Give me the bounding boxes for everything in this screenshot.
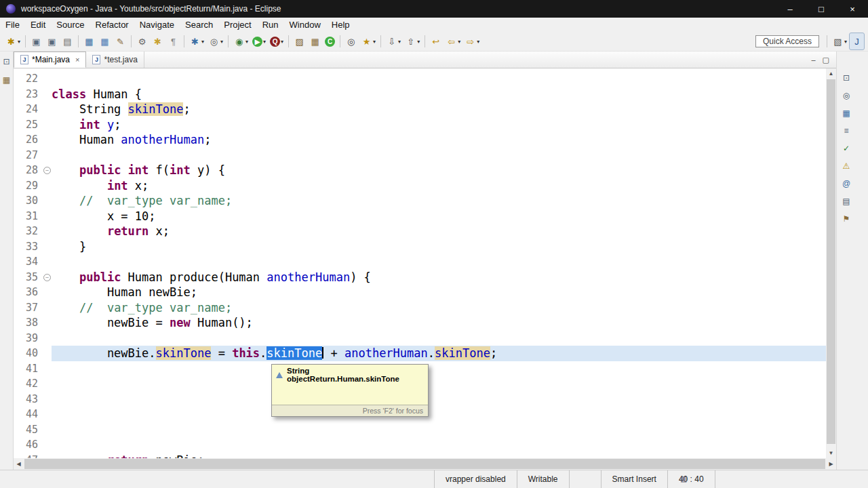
title-bar: workspaceOxygen - Java - Youtube/src/obj… xyxy=(0,0,868,18)
open-perspective-button[interactable]: ▧▾ xyxy=(831,33,848,49)
quick-access-box[interactable]: Quick Access xyxy=(755,35,819,47)
forward-button[interactable]: ⇨▾ xyxy=(463,33,481,49)
fold-collapse-icon[interactable]: – xyxy=(43,167,51,174)
new-class-wizard-button[interactable]: ✱▾ xyxy=(188,33,205,49)
scroll-up-arrow[interactable]: ▲ xyxy=(826,68,836,79)
code-token: y) { xyxy=(191,163,225,177)
vertical-scrollbar-thumb[interactable] xyxy=(827,79,835,444)
dropdown-arrow-icon: ▾ xyxy=(458,39,460,45)
code-text: // var_type var_name; xyxy=(52,300,826,316)
menu-file[interactable]: File xyxy=(0,18,25,32)
minimize-editor-button[interactable]: – xyxy=(811,56,815,64)
close-window-button[interactable]: × xyxy=(837,0,868,18)
mark-occurrences-button[interactable]: ✱ xyxy=(151,33,165,49)
line-number: 33 xyxy=(14,239,43,255)
menu-search[interactable]: Search xyxy=(180,18,218,32)
show-whitespace-button[interactable]: ¶ xyxy=(166,33,180,49)
console-view-icon[interactable]: ▦ xyxy=(840,107,852,119)
back-button[interactable]: ⇦▾ xyxy=(444,33,462,49)
save-button[interactable]: ▣ xyxy=(29,33,43,49)
fold-margin xyxy=(43,193,52,209)
code-token: ; xyxy=(183,102,190,116)
toolbar-separator xyxy=(131,35,132,47)
run-icon: ▶ xyxy=(252,37,262,47)
vertical-scrollbar[interactable]: ▲ ▼ xyxy=(826,68,836,458)
build-all-button[interactable]: ⚙ xyxy=(135,33,149,49)
print-button[interactable]: ▤ xyxy=(60,33,75,49)
menu-edit[interactable]: Edit xyxy=(25,18,51,32)
restore-left-pane-icon[interactable]: ⊡ xyxy=(1,56,13,68)
code-text: newBie.skinTone = this.skinTone + anothe… xyxy=(52,346,826,361)
code-text: newBie = new Human(); xyxy=(52,315,826,331)
maximize-editor-button[interactable]: ▢ xyxy=(823,56,829,64)
code-token: } xyxy=(52,240,86,253)
code-line-35: 35– public Human produce(Human anotherHu… xyxy=(14,270,826,285)
code-text xyxy=(52,422,826,438)
javadoc-view-icon[interactable]: @ xyxy=(840,178,852,190)
new-java-project-button[interactable]: ▨ xyxy=(292,33,307,49)
menu-window[interactable]: Window xyxy=(284,18,326,32)
new-package-button[interactable]: ▦ xyxy=(308,33,322,49)
package-explorer-view-icon[interactable]: ▦ xyxy=(1,74,13,86)
menu-bar: FileEditSourceRefactorNavigateSearchProj… xyxy=(0,18,868,32)
code-text: public Human produce(Human anotherHuman)… xyxy=(52,270,826,285)
profile-button[interactable]: Q▾ xyxy=(269,33,285,49)
search-button[interactable]: ★▾ xyxy=(359,33,377,49)
open-type-icon: ◎ xyxy=(345,36,357,47)
scroll-right-arrow[interactable]: ▶ xyxy=(826,458,836,470)
menu-navigate[interactable]: Navigate xyxy=(134,18,180,32)
debug-button[interactable]: ◉▾ xyxy=(232,33,250,49)
open-search-dialog-button[interactable]: ◎▾ xyxy=(207,33,224,49)
debug-console-button[interactable]: ▦ xyxy=(82,33,96,49)
progress-indicator-icon: ▥ xyxy=(680,474,687,483)
save-all-button[interactable]: ▣ xyxy=(45,33,59,49)
restore-pane-icon[interactable]: ⊡ xyxy=(840,72,852,84)
open-type-button[interactable]: ◎ xyxy=(344,33,358,49)
pin-console-button[interactable]: ▦ xyxy=(98,33,112,49)
tab-label: *Main.java xyxy=(32,55,70,64)
line-number: 44 xyxy=(14,407,43,422)
outline-view-icon[interactable]: ≡ xyxy=(840,125,852,137)
code-text: Human newBie; xyxy=(52,285,826,300)
fold-margin xyxy=(43,132,52,148)
fold-collapse-icon[interactable]: – xyxy=(43,274,51,281)
menu-run[interactable]: Run xyxy=(257,18,284,32)
problems-view-icon[interactable]: ⚠ xyxy=(840,160,852,172)
task-list-view-icon[interactable]: ✓ xyxy=(840,142,852,155)
maximize-window-button[interactable]: □ xyxy=(806,0,837,18)
scroll-left-arrow[interactable]: ◀ xyxy=(14,458,24,470)
search-view-icon[interactable]: ◎ xyxy=(840,89,852,102)
minimize-window-button[interactable]: – xyxy=(774,0,806,18)
code-token: Human { xyxy=(86,87,142,101)
code-token: public xyxy=(79,270,121,284)
tab-close-icon[interactable]: × xyxy=(75,56,79,64)
previous-annotation-button[interactable]: ⇧▾ xyxy=(403,33,421,49)
new-class-button[interactable]: C xyxy=(323,33,336,49)
scroll-down-arrow[interactable]: ▼ xyxy=(826,448,836,458)
menu-project[interactable]: Project xyxy=(218,18,256,32)
tab-mainjava[interactable]: J*Main.java× xyxy=(14,52,86,68)
tab-testjava[interactable]: J*test.java xyxy=(86,52,144,68)
bookmarks-view-icon[interactable]: ⚑ xyxy=(840,213,852,225)
menu-help[interactable]: Help xyxy=(326,18,355,32)
fold-margin xyxy=(43,407,52,422)
tab-label: *test.java xyxy=(104,55,137,64)
code-token xyxy=(52,301,79,314)
declaration-view-icon[interactable]: ▤ xyxy=(840,195,852,207)
new-wizard-button[interactable]: ✱▾ xyxy=(4,33,22,49)
menu-refactor[interactable]: Refactor xyxy=(90,18,134,32)
fold-margin xyxy=(43,315,52,331)
clear-console-button[interactable]: ✎ xyxy=(113,33,127,49)
line-number: 24 xyxy=(14,102,43,117)
horizontal-scrollbar-thumb[interactable] xyxy=(24,459,825,469)
horizontal-scrollbar[interactable]: ◀ ▶ xyxy=(14,458,836,470)
next-annotation-button[interactable]: ⇩▾ xyxy=(384,33,402,49)
toolbar-separator xyxy=(184,35,184,47)
profile-icon: Q xyxy=(270,37,280,47)
run-button[interactable]: ▶▾ xyxy=(251,33,267,49)
java-perspective-button[interactable]: J xyxy=(850,33,864,49)
code-line-30: 30 // var_type var_name; xyxy=(14,193,826,209)
menu-source[interactable]: Source xyxy=(51,18,90,32)
last-edit-location-button[interactable]: ↩ xyxy=(429,33,443,49)
debug-icon: ◉ xyxy=(233,36,245,47)
